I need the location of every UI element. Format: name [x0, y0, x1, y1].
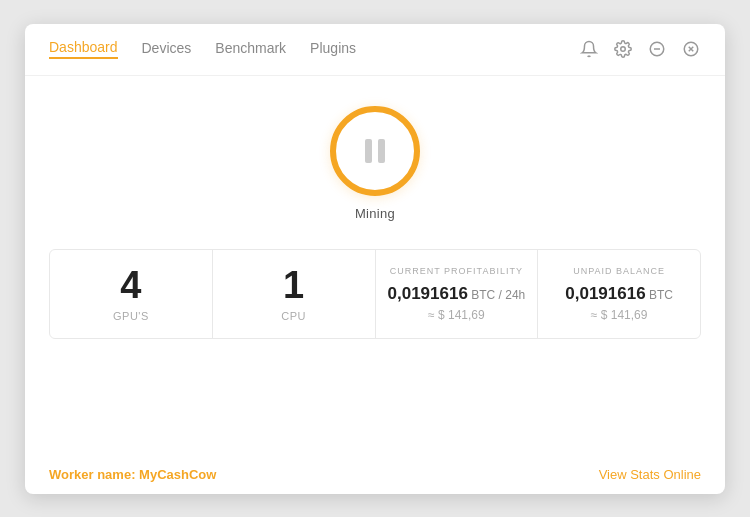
cpu-stat-cell: 1 CPU — [213, 250, 376, 338]
pause-icon — [365, 139, 385, 163]
profitability-unit: BTC / 24h — [468, 288, 525, 302]
main-content: Mining 4 GPU'S 1 CPU CURRENT PROFITABILI… — [25, 76, 725, 455]
footer: Worker name: MyCashCow View Stats Online — [25, 455, 725, 494]
nav-icons — [579, 39, 701, 59]
navbar: Dashboard Devices Benchmark Plugins — [25, 24, 725, 76]
nav-plugins[interactable]: Plugins — [310, 40, 356, 58]
gpu-label: GPU'S — [113, 310, 149, 322]
balance-cell: UNPAID BALANCE 0,0191616 BTC ≈ $ 141,69 — [538, 250, 700, 338]
mining-container: Mining — [330, 106, 420, 221]
nav-links: Dashboard Devices Benchmark Plugins — [49, 39, 579, 59]
balance-header: UNPAID BALANCE — [573, 266, 665, 276]
nav-dashboard[interactable]: Dashboard — [49, 39, 118, 59]
gpu-stat-cell: 4 GPU'S — [50, 250, 213, 338]
worker-name-label: Worker name: MyCashCow — [49, 467, 216, 482]
balance-value: 0,0191616 BTC — [565, 284, 673, 304]
cpu-count: 1 — [283, 266, 304, 304]
profitability-header: CURRENT PROFITABILITY — [390, 266, 523, 276]
pause-bar-right — [378, 139, 385, 163]
profitability-usd: ≈ $ 141,69 — [428, 308, 485, 322]
balance-unit: BTC — [646, 288, 673, 302]
nav-devices[interactable]: Devices — [142, 40, 192, 58]
worker-name-value: MyCashCow — [139, 467, 216, 482]
gpu-count: 4 — [120, 266, 141, 304]
close-icon[interactable] — [681, 39, 701, 59]
worker-prefix: Worker name: — [49, 467, 139, 482]
profitability-value: 0,0191616 BTC / 24h — [388, 284, 526, 304]
mining-toggle-button[interactable] — [330, 106, 420, 196]
gear-icon[interactable] — [613, 39, 633, 59]
nav-benchmark[interactable]: Benchmark — [215, 40, 286, 58]
balance-usd: ≈ $ 141,69 — [591, 308, 648, 322]
profitability-cell: CURRENT PROFITABILITY 0,0191616 BTC / 24… — [376, 250, 539, 338]
mining-status-label: Mining — [355, 206, 395, 221]
view-stats-link[interactable]: View Stats Online — [599, 467, 701, 482]
cpu-label: CPU — [281, 310, 306, 322]
stats-row: 4 GPU'S 1 CPU CURRENT PROFITABILITY 0,01… — [49, 249, 701, 339]
bell-icon[interactable] — [579, 39, 599, 59]
app-window: Dashboard Devices Benchmark Plugins — [25, 24, 725, 494]
pause-bar-left — [365, 139, 372, 163]
svg-point-0 — [621, 47, 626, 52]
minimize-icon[interactable] — [647, 39, 667, 59]
